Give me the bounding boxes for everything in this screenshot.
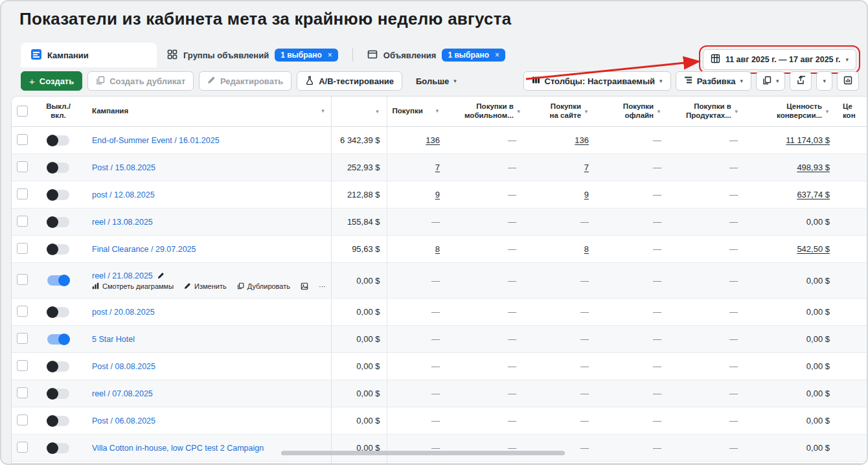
campaign-toggle[interactable] — [47, 275, 69, 286]
campaign-name-link[interactable]: Villa Cotton in-house, low CPC test 2 Ca… — [92, 444, 264, 453]
row-checkbox[interactable] — [17, 442, 28, 453]
campaign-toggle[interactable] — [47, 389, 69, 399]
page-title: Показатели из кабинета мета за крайнюю н… — [19, 9, 511, 29]
campaign-toggle[interactable] — [47, 361, 69, 372]
columns-icon — [532, 76, 540, 86]
table-row: End-of-Summer Event / 16.01.20256 342,39… — [12, 127, 867, 154]
sort-caret-icon[interactable]: ▼ — [375, 109, 380, 115]
toggle-knob — [47, 189, 58, 201]
metric-site[interactable]: 8 — [584, 244, 589, 254]
campaign-name-link[interactable]: 5 Star Hotel — [92, 335, 135, 344]
sort-caret-icon[interactable]: ▼ — [516, 109, 521, 115]
metric-spent: 0,00 $ — [356, 276, 380, 286]
campaign-toggle[interactable] — [47, 443, 69, 453]
tab-campaigns[interactable]: Кампании — [21, 43, 157, 67]
campaign-toggle[interactable] — [47, 163, 69, 173]
create-button[interactable]: + Создать — [21, 71, 82, 91]
row-checkbox[interactable] — [17, 243, 28, 254]
campaign-toggle[interactable] — [47, 190, 69, 200]
metric-spent: 252,93 $ — [347, 163, 380, 172]
metric-offline: — — [653, 389, 661, 398]
campaign-name-link[interactable]: Post / 15.08.2025 — [92, 163, 155, 172]
campaign-toggle[interactable] — [47, 244, 69, 255]
metric-offline: — — [653, 163, 661, 172]
reports-button[interactable]: ▾ — [756, 71, 786, 91]
campaign-toggle[interactable] — [47, 334, 69, 345]
metric-site[interactable]: 7 — [584, 163, 589, 172]
view-charts-action[interactable]: Смотреть диаграммы — [92, 282, 174, 290]
row-checkbox[interactable] — [17, 306, 28, 317]
duplicate-button-label: Создать дубликат — [109, 76, 185, 86]
image-preview-icon[interactable] — [301, 282, 308, 290]
campaign-toggle[interactable] — [47, 416, 69, 426]
sort-caret-icon[interactable]: ▼ — [321, 108, 326, 114]
campaign-name-link[interactable]: Final Clearance / 29.07.2025 — [92, 245, 196, 254]
tab-ads[interactable]: Объявления 1 выбрано × — [357, 43, 516, 67]
sort-caret-icon[interactable]: ▼ — [825, 109, 830, 115]
duplicate-action[interactable]: Дублировать — [237, 282, 290, 290]
ab-test-button[interactable]: A/B-тестирование — [297, 71, 402, 91]
campaign-toggle[interactable] — [47, 217, 69, 227]
more-options-ellipsis[interactable]: ··· — [319, 282, 326, 290]
row-checkbox[interactable] — [17, 414, 28, 425]
metric-value[interactable]: 542,50 $ — [797, 244, 830, 254]
campaign-name-link[interactable]: post / 12.08.2025 — [92, 190, 155, 199]
header-campaign: Кампания — [92, 107, 128, 116]
campaign-name-link[interactable]: Post / 08.08.2025 — [92, 362, 155, 371]
row-checkbox[interactable] — [17, 274, 28, 285]
metric-purchases[interactable]: 7 — [435, 163, 440, 172]
metric-purchases[interactable]: 8 — [435, 244, 440, 254]
caret-down-icon: ▾ — [776, 78, 779, 84]
metric-value[interactable]: 637,74 $ — [797, 190, 830, 199]
horizontal-scrollbar[interactable] — [281, 451, 565, 455]
adsets-badge-close-icon[interactable]: × — [328, 51, 332, 60]
sort-caret-icon[interactable]: ▼ — [584, 109, 589, 115]
breakdown-button[interactable]: Разбивка ▾ — [676, 71, 751, 91]
campaign-name-link[interactable]: reel / 21.08.2025 — [92, 271, 153, 280]
more-button[interactable]: Больше ▾ — [407, 71, 465, 91]
select-all-checkbox[interactable] — [17, 106, 28, 117]
edit-action[interactable]: Изменить — [184, 282, 227, 290]
campaign-name-link[interactable]: Post / 06.08.2025 — [92, 416, 155, 425]
sort-caret-icon[interactable]: ▼ — [734, 109, 739, 115]
campaign-toggle[interactable] — [47, 307, 69, 317]
campaign-name-link[interactable]: reel / 13.08.2025 — [92, 218, 153, 227]
metric-value[interactable]: 498,93 $ — [797, 163, 830, 172]
row-checkbox[interactable] — [17, 216, 28, 227]
metric-purchases[interactable]: 136 — [426, 135, 440, 145]
metric-site[interactable]: 136 — [575, 135, 589, 145]
metric-value[interactable]: 11 174,03 $ — [786, 135, 830, 145]
metric-purchases: — — [431, 276, 440, 286]
date-range-picker[interactable]: 11 авг 2025 г. — 17 авг 2025 г. ▾ — [703, 49, 856, 70]
sort-caret-icon[interactable]: ▼ — [435, 108, 440, 114]
table-row: Post / 06.08.20250,00 $—————0,00 $ — [12, 407, 867, 435]
edit-name-icon[interactable] — [157, 272, 165, 279]
tab-adsets[interactable]: Группы объявлений 1 выбрано × — [157, 43, 348, 67]
export-button[interactable] — [790, 71, 812, 91]
metric-value: 0,00 $ — [806, 307, 830, 317]
campaign-name-link[interactable]: End-of-Summer Event / 16.01.2025 — [92, 136, 220, 145]
row-checkbox[interactable] — [17, 387, 28, 398]
campaign-name-link[interactable]: post / 20.08.2025 — [92, 308, 155, 317]
metric-site[interactable]: 9 — [584, 190, 589, 199]
row-checkbox[interactable] — [17, 161, 28, 172]
row-checkbox[interactable] — [17, 333, 28, 344]
charts-view-button[interactable] — [837, 71, 859, 91]
row-checkbox[interactable] — [17, 188, 28, 199]
campaign-name-link[interactable]: reel / 07.08.2025 — [92, 389, 153, 398]
metric-site: — — [580, 307, 589, 317]
export-caret-button[interactable]: ▾ — [816, 71, 832, 91]
metric-mobile: — — [508, 416, 516, 425]
header-purchases-offline: Покупки офлайн — [613, 102, 654, 120]
columns-button[interactable]: Столбцы: Настраиваемый ▾ — [523, 71, 671, 91]
duplicate-button[interactable]: Создать дубликат — [87, 71, 194, 91]
campaign-toggle[interactable] — [47, 135, 69, 146]
view-charts-action-icon — [92, 282, 99, 289]
row-checkbox[interactable] — [17, 360, 28, 371]
metric-purchases[interactable]: 9 — [435, 190, 440, 199]
sort-caret-icon[interactable]: ▼ — [656, 109, 661, 115]
ads-selected-badge: 1 выбрано × — [442, 49, 505, 62]
edit-button[interactable]: Редактировать — [199, 71, 291, 91]
row-checkbox[interactable] — [17, 134, 28, 145]
ads-badge-close-icon[interactable]: × — [495, 51, 499, 60]
